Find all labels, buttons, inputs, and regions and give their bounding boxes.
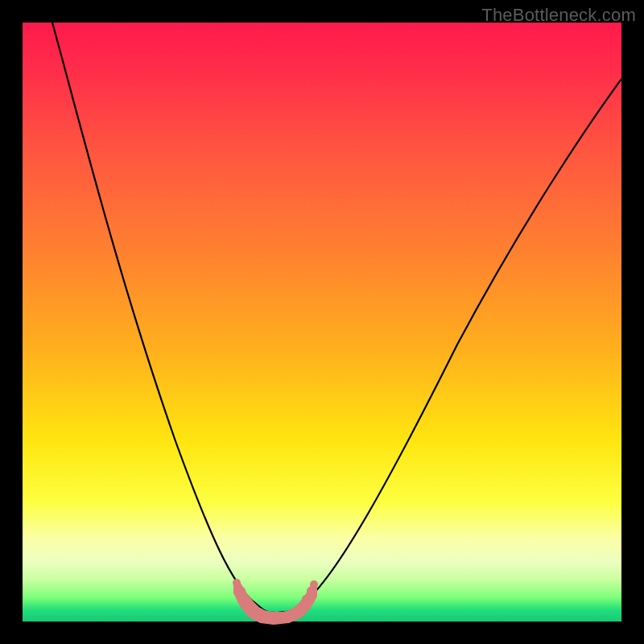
curve-path [52,23,621,613]
svg-point-0 [233,579,241,587]
svg-point-2 [242,595,250,603]
plot-area [23,23,621,621]
svg-point-8 [310,580,318,588]
svg-point-4 [255,608,263,616]
svg-point-3 [249,603,257,611]
chart-frame: TheBottleneck.com [0,0,644,644]
bottleneck-curve [23,23,621,621]
watermark-text: TheBottleneck.com [481,5,636,26]
svg-point-5 [297,603,305,611]
svg-point-1 [237,587,246,595]
svg-point-6 [302,595,310,603]
